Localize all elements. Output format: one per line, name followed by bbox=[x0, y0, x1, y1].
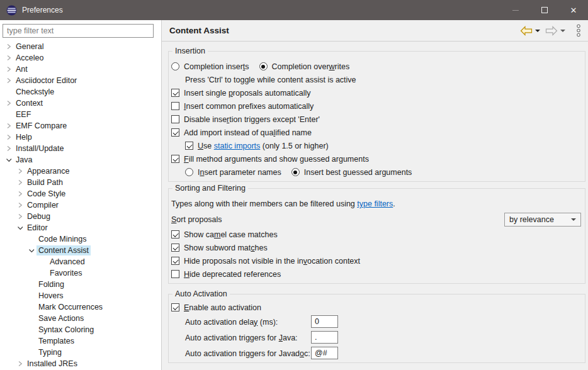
insert-parameter-names-radio[interactable] bbox=[185, 168, 193, 176]
enable-auto-activation-checkbox[interactable] bbox=[171, 303, 179, 311]
chevron-expanded-icon[interactable] bbox=[15, 223, 25, 233]
tree-item-advanced[interactable]: Advanced bbox=[0, 256, 161, 267]
tree-item-ant[interactable]: Ant bbox=[0, 64, 161, 75]
chevron-collapsed-icon[interactable] bbox=[15, 189, 25, 199]
filter-input[interactable] bbox=[3, 24, 154, 38]
chevron-collapsed-icon[interactable] bbox=[4, 121, 14, 131]
insert-common-prefixes-checkbox[interactable] bbox=[171, 102, 179, 110]
tree-item-acceleo[interactable]: Acceleo bbox=[0, 52, 161, 64]
maximize-button[interactable] bbox=[530, 0, 559, 20]
minimize-icon bbox=[512, 10, 519, 11]
back-icon[interactable] bbox=[519, 25, 534, 37]
hide-deprecated-checkbox[interactable] bbox=[171, 270, 179, 278]
tree-item-label: Mark Occurrences bbox=[37, 302, 105, 312]
show-camel-case-checkbox[interactable] bbox=[171, 230, 179, 238]
insert-single-proposals-checkbox[interactable] bbox=[171, 89, 179, 97]
tree-item-label: Code Minings bbox=[37, 234, 88, 244]
disable-insertion-triggers-label: Disable insertion triggers except 'Enter… bbox=[184, 115, 320, 124]
tree-item-checkstyle[interactable]: Checkstyle bbox=[0, 86, 161, 98]
tree-item-asciidoctor-editor[interactable]: Asciidoctor Editor bbox=[0, 75, 161, 86]
tree-item-label: Folding bbox=[37, 279, 66, 289]
chevron-collapsed-icon[interactable] bbox=[15, 200, 25, 210]
tree-item-build-path[interactable]: Build Path bbox=[0, 177, 161, 188]
chevron-expanded-icon[interactable] bbox=[4, 155, 14, 165]
tree-item-label: Java bbox=[14, 155, 34, 165]
minimize-button[interactable] bbox=[501, 0, 530, 20]
tree-item-content-assist[interactable]: Content Assist bbox=[0, 245, 161, 256]
auto-activation-delay-input[interactable] bbox=[311, 315, 338, 328]
chevron-expanded-icon[interactable] bbox=[26, 245, 37, 255]
chevron-collapsed-icon[interactable] bbox=[15, 166, 25, 176]
completion-overwrites-radio[interactable] bbox=[259, 62, 268, 70]
tree-item-favorites[interactable]: Favorites bbox=[0, 267, 161, 279]
use-static-imports-label-post: (only 1.5 or higher) bbox=[260, 142, 328, 150]
tree-item-eef[interactable]: EEF bbox=[0, 109, 161, 120]
sort-proposals-combo[interactable]: by relevance bbox=[504, 213, 581, 227]
chevron-collapsed-icon[interactable] bbox=[4, 42, 14, 52]
tree-item-syntax-coloring[interactable]: Syntax Coloring bbox=[0, 324, 161, 335]
tree-item-installed-jres[interactable]: Installed JREs bbox=[0, 358, 161, 369]
tree-item-label: General bbox=[14, 42, 45, 52]
view-menu-icon[interactable] bbox=[574, 23, 583, 38]
ctrl-toggle-note: Press 'Ctrl' to toggle while content ass… bbox=[171, 73, 582, 86]
chevron-collapsed-icon[interactable] bbox=[15, 177, 25, 188]
show-subword-checkbox[interactable] bbox=[171, 244, 179, 252]
chevron-collapsed-icon[interactable] bbox=[4, 53, 14, 63]
tree-item-code-style[interactable]: Code Style bbox=[0, 188, 161, 199]
tree-item-label: Install/Update bbox=[14, 143, 65, 154]
close-button[interactable]: ✕ bbox=[559, 0, 588, 20]
chevron-collapsed-icon[interactable] bbox=[15, 211, 25, 221]
tree-item-label: Hovers bbox=[37, 291, 65, 301]
type-filters-link[interactable]: type filters bbox=[357, 199, 393, 208]
enable-auto-activation-label: Enable auto activation bbox=[184, 303, 261, 312]
tree-item-save-actions[interactable]: Save Actions bbox=[0, 313, 161, 324]
fill-method-arguments-checkbox[interactable] bbox=[171, 155, 179, 163]
tree-item-editor[interactable]: Editor bbox=[0, 222, 161, 233]
tree-item-context[interactable]: Context bbox=[0, 98, 161, 109]
tree-item-folding[interactable]: Folding bbox=[0, 279, 161, 290]
hide-deprecated-label: Hide deprecated references bbox=[184, 270, 281, 279]
auto-activation-java-input[interactable] bbox=[311, 331, 338, 344]
completion-overwrites-label: Completion overwrites bbox=[272, 62, 350, 71]
use-static-imports-checkbox[interactable] bbox=[185, 142, 193, 150]
tree-item-mark-occurrences[interactable]: Mark Occurrences bbox=[0, 301, 161, 313]
tree-item-label: EMF Compare bbox=[14, 121, 69, 131]
show-camel-case-label: Show camel case matches bbox=[184, 230, 278, 239]
chevron-collapsed-icon[interactable] bbox=[4, 76, 14, 86]
titlebar: Preferences ✕ bbox=[0, 0, 588, 20]
auto-activation-delay-label: Auto activation delay (ms): bbox=[185, 318, 278, 327]
tree-item-label: Context bbox=[14, 98, 45, 108]
completion-inserts-radio[interactable] bbox=[171, 62, 179, 70]
tree-item-typing[interactable]: Typing bbox=[0, 347, 161, 358]
tree-item-install-update[interactable]: Install/Update bbox=[0, 143, 161, 154]
tree-item-emf-compare[interactable]: EMF Compare bbox=[0, 120, 161, 132]
tree-item-hovers[interactable]: Hovers bbox=[0, 290, 161, 301]
add-import-checkbox[interactable] bbox=[171, 128, 179, 137]
insert-common-prefixes-label: Insert common prefixes automatically bbox=[184, 102, 314, 111]
tree-item-java[interactable]: Java bbox=[0, 154, 161, 165]
content-pane: Content Assist bbox=[162, 20, 588, 370]
tree-item-compiler[interactable]: Compiler bbox=[0, 199, 161, 211]
tree-item-help[interactable]: Help bbox=[0, 132, 161, 143]
hide-proposals-not-visible-checkbox[interactable] bbox=[171, 257, 179, 265]
disable-insertion-triggers-checkbox[interactable] bbox=[171, 115, 179, 123]
tree-item-templates[interactable]: Templates bbox=[0, 335, 161, 347]
tree-item-general[interactable]: General bbox=[0, 41, 161, 52]
tree-item-debug[interactable]: Debug bbox=[0, 211, 161, 222]
add-import-label: Add import instead of qualified name bbox=[184, 128, 312, 137]
chevron-collapsed-icon[interactable] bbox=[15, 359, 25, 369]
back-history-dropdown-icon[interactable] bbox=[535, 30, 540, 32]
tree-item-code-minings[interactable]: Code Minings bbox=[0, 233, 161, 245]
chevron-collapsed-icon[interactable] bbox=[4, 143, 14, 154]
forward-icon[interactable] bbox=[544, 25, 559, 37]
tree-item-label: Code Style bbox=[25, 189, 67, 199]
forward-history-dropdown-icon[interactable] bbox=[560, 30, 565, 32]
tree-item-appearance[interactable]: Appearance bbox=[0, 165, 161, 177]
chevron-collapsed-icon[interactable] bbox=[4, 64, 14, 74]
insert-best-guessed-radio[interactable] bbox=[291, 168, 300, 176]
chevron-collapsed-icon[interactable] bbox=[4, 98, 14, 108]
close-icon: ✕ bbox=[570, 6, 577, 14]
auto-activation-javadoc-input[interactable] bbox=[311, 347, 338, 359]
chevron-collapsed-icon[interactable] bbox=[4, 132, 14, 142]
static-imports-link[interactable]: static imports bbox=[214, 142, 261, 150]
